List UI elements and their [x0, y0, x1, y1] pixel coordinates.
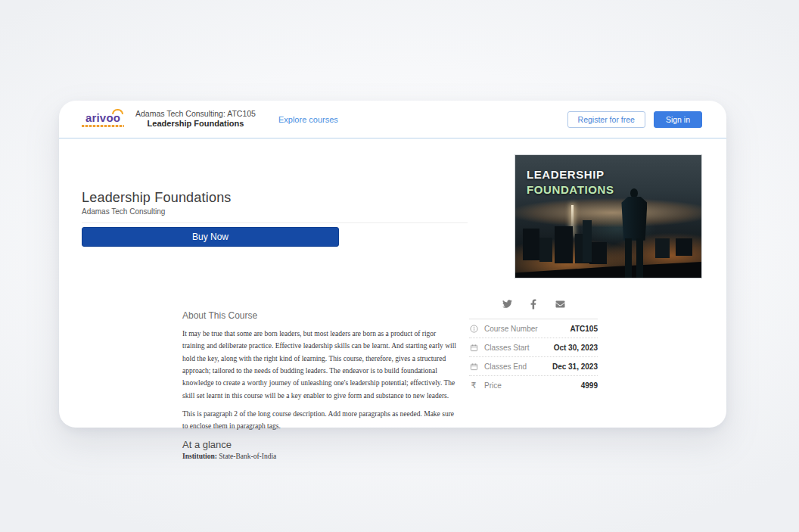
building	[539, 238, 552, 262]
course-details-panel: Course Number ATC105 Classes Start Oct 3…	[469, 319, 598, 395]
institution-label: Institution:	[182, 453, 217, 460]
header: arivoo Adamas Tech Consulting: ATC105 Le…	[59, 101, 726, 138]
detail-row-classes-start: Classes Start Oct 30, 2023	[469, 338, 598, 357]
title-divider	[82, 222, 468, 223]
silhouette-leg	[625, 238, 632, 278]
detail-label: Course Number	[484, 325, 538, 333]
silhouette-torso	[621, 197, 647, 241]
calendar-icon	[469, 343, 478, 352]
facebook-icon[interactable]	[528, 299, 539, 309]
detail-value: Dec 31, 2023	[552, 362, 598, 371]
twitter-icon[interactable]	[502, 299, 513, 309]
detail-label: Price	[484, 381, 502, 390]
building	[655, 238, 670, 258]
logo-tagline	[82, 125, 124, 127]
about-paragraph-2: This is paragraph 2 of the long course d…	[182, 408, 459, 433]
detail-value: Oct 30, 2023	[554, 344, 598, 352]
explore-courses-link[interactable]: Explore courses	[278, 115, 338, 124]
detail-value: 4999	[581, 381, 598, 390]
silhouette-leg	[636, 238, 643, 278]
silhouette-head	[630, 188, 638, 198]
at-a-glance-heading: At a glance	[182, 439, 459, 450]
about-section: About This Course It may be true that so…	[182, 310, 459, 460]
course-about-card: arivoo Adamas Tech Consulting: ATC105 Le…	[59, 101, 726, 428]
institution-value: State-Bank-of-India	[219, 453, 276, 460]
page-title: Leadership Foundations	[82, 190, 232, 206]
logo[interactable]: arivoo	[82, 112, 124, 127]
social-share-row	[469, 299, 598, 309]
hero-title-line2: FOUNDATIONS	[527, 182, 614, 198]
building	[555, 226, 574, 263]
header-course-name: Leadership Foundations	[135, 119, 256, 129]
detail-row-price: ₹ Price 4999	[469, 376, 598, 395]
logo-arc-decoration	[112, 109, 123, 114]
institution-line: Institution: State-Bank-of-India	[182, 453, 459, 460]
detail-row-classes-end: Classes End Dec 31, 2023	[469, 357, 598, 376]
hero-image-title: LEADERSHIP FOUNDATIONS	[527, 167, 614, 197]
detail-label: Classes End	[484, 362, 527, 371]
rupee-icon: ₹	[469, 381, 478, 390]
course-organization: Adamas Tech Consulting	[82, 207, 165, 216]
header-course-info: Adamas Tech Consulting: ATC105 Leadershi…	[135, 109, 256, 129]
building	[676, 238, 692, 256]
header-actions: Register for free Sign in	[567, 111, 702, 128]
hero-title-line1: LEADERSHIP	[527, 167, 614, 182]
register-button[interactable]: Register for free	[567, 111, 645, 128]
calendar-icon	[469, 362, 478, 371]
about-paragraph-1: It may be true that some are born leader…	[182, 328, 459, 402]
businessman-silhouette	[619, 188, 651, 278]
signin-button[interactable]: Sign in	[654, 111, 702, 128]
course-hero-image: LEADERSHIP FOUNDATIONS	[515, 154, 702, 278]
buy-now-button[interactable]: Buy Now	[82, 227, 339, 247]
building	[589, 242, 606, 264]
info-icon	[469, 324, 478, 333]
email-icon[interactable]	[555, 299, 566, 309]
detail-label: Classes Start	[484, 344, 529, 352]
about-heading: About This Course	[182, 310, 459, 321]
detail-row-course-number: Course Number ATC105	[469, 319, 598, 338]
header-course-org: Adamas Tech Consulting: ATC105	[135, 109, 256, 119]
detail-value: ATC105	[570, 325, 598, 333]
building	[583, 220, 592, 262]
building	[523, 229, 539, 260]
